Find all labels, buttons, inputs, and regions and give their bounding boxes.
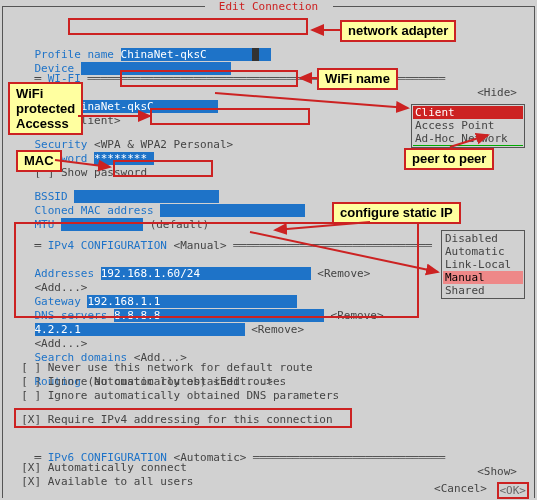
hl-ssid bbox=[120, 70, 298, 87]
auto-connect-checkbox[interactable]: [X] bbox=[21, 461, 41, 474]
opt-never-default-label: Never use this network for default route bbox=[48, 361, 313, 374]
available-all-checkbox[interactable]: [X] bbox=[21, 475, 41, 488]
window-title: Edit Connection bbox=[205, 0, 333, 14]
mode-option-client[interactable]: Client bbox=[413, 106, 523, 119]
hl-security bbox=[150, 108, 310, 125]
mode-option-adhoc[interactable]: Ad-Hoc Network bbox=[413, 132, 523, 146]
opt-never-default-checkbox[interactable]: [ ] bbox=[21, 361, 41, 374]
cancel-button[interactable]: <Cancel> bbox=[434, 482, 487, 496]
ipv4-option-manual[interactable]: Manual bbox=[443, 271, 523, 284]
ipv4-option-disabled[interactable]: Disabled bbox=[443, 232, 523, 245]
mode-option-ap[interactable]: Access Point bbox=[413, 119, 523, 132]
opt-ignore-routes-checkbox[interactable]: [ ] bbox=[21, 375, 41, 388]
annot-static: configure static IP bbox=[332, 202, 461, 224]
hl-require bbox=[14, 408, 352, 428]
opt-ignore-dns-label: Ignore automatically obtained DNS parame… bbox=[48, 389, 339, 402]
annot-wpa: WiFi protected Accesss bbox=[8, 82, 83, 135]
annot-p2p: peer to peer bbox=[404, 148, 494, 170]
cloned-mac-input[interactable] bbox=[160, 204, 305, 217]
hl-bssid bbox=[113, 160, 213, 177]
annot-mac: MAC bbox=[16, 150, 62, 172]
ipv4-mode-popup: Disabled Automatic Link-Local Manual Sha… bbox=[441, 230, 525, 299]
hl-profile bbox=[68, 18, 308, 35]
auto-connect-label: Automatically connect bbox=[48, 461, 187, 474]
hl-ipv4 bbox=[14, 222, 419, 318]
opt-ignore-routes-label: Ignore automatically obtained routes bbox=[48, 375, 286, 388]
ok-button[interactable]: <OK> bbox=[497, 482, 530, 499]
annot-adapter: network adapter bbox=[340, 20, 456, 42]
annot-wifiname: WiFi name bbox=[317, 68, 398, 90]
mode-popup: Client Access Point Ad-Hoc Network bbox=[411, 104, 525, 148]
ipv4-option-automatic[interactable]: Automatic bbox=[443, 245, 523, 258]
available-all-label: Available to all users bbox=[48, 475, 194, 488]
ipv4-option-linklocal[interactable]: Link-Local bbox=[443, 258, 523, 271]
opt-ignore-dns-checkbox[interactable]: [ ] bbox=[21, 389, 41, 402]
ipv4-option-shared[interactable]: Shared bbox=[443, 284, 523, 297]
